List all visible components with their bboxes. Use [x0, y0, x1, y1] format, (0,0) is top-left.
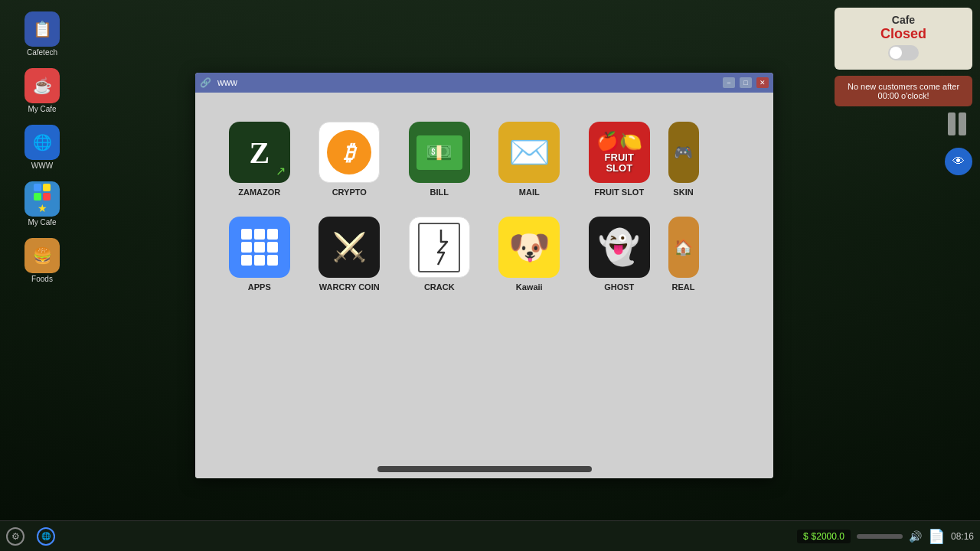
sidebar-item-foods-label: Foods: [31, 275, 53, 283]
right-panel: Cafe Closed No new customers come after …: [835, 8, 972, 175]
crack-svg: [424, 228, 455, 266]
bill-inner: 💵: [416, 135, 462, 170]
sidebar-item-mycafe2[interactable]: ★ My Cafe: [8, 178, 77, 230]
warcry-char: ⚔️: [332, 231, 367, 263]
browser-window: 🔗 www − □ ✕ Z ↗ ZAMAZOR ₿ CRYPTO: [195, 73, 773, 478]
sidebar-item-cafetech-label: Cafetech: [27, 48, 57, 57]
app-kawaii[interactable]: 🐶 Kawaii: [488, 210, 571, 298]
app-apps[interactable]: APPS: [218, 210, 301, 298]
cafe-card: Cafe Closed: [835, 8, 972, 70]
start-icon: ⚙: [6, 527, 24, 546]
sidebar-item-mycafe[interactable]: ☕ My Cafe: [8, 64, 77, 117]
crypto-icon: ₿: [318, 122, 380, 183]
taskbar: ⚙ 🌐 $ $2000.0 🔊 📄 08:16: [0, 520, 980, 551]
kawaii-label: Kawaii: [516, 282, 543, 292]
document-icon[interactable]: 📄: [928, 528, 945, 545]
crypto-label: CRYPTO: [332, 187, 367, 197]
pause-bar-right: [959, 112, 966, 135]
ghost-face: 👻: [598, 227, 640, 267]
app-real[interactable]: 🏠 REAL: [668, 210, 699, 298]
app-crack[interactable]: CRACK: [398, 210, 481, 298]
app-crypto[interactable]: ₿ CRYPTO: [309, 116, 391, 203]
taskbar-right: $ $2000.0 🔊 📄 08:16: [797, 528, 980, 545]
apps-dots: [241, 229, 278, 266]
kawaii-icon: 🐶: [498, 217, 560, 278]
bill-label: BILL: [430, 187, 449, 197]
zamazor-arrow: ↗: [276, 164, 286, 178]
app-zamazor[interactable]: Z ↗ ZAMAZOR: [218, 116, 301, 203]
sidebar-item-www[interactable]: 🌐 WWW: [8, 121, 77, 174]
browser-icon: 🌐: [37, 527, 55, 546]
maximize-button[interactable]: □: [740, 77, 752, 88]
apps-icon: [229, 217, 290, 278]
skin-icon: 🎮: [668, 122, 699, 183]
volume-bar[interactable]: [857, 534, 903, 539]
app-ghost[interactable]: 👻 GHOST: [578, 210, 661, 298]
app-bill[interactable]: 💵 BILL: [398, 116, 481, 203]
bill-dollar: 💵: [426, 140, 452, 165]
app-fruitslot[interactable]: 🍎🍋 FRUITSLOT FRUIT SLOT: [578, 116, 661, 203]
mail-label: MAIL: [519, 187, 540, 197]
kawaii-face: 🐶: [508, 227, 550, 267]
eye-button[interactable]: 👁: [945, 148, 972, 175]
cafe-open-toggle[interactable]: [888, 45, 919, 60]
volume-icon[interactable]: 🔊: [909, 530, 922, 543]
sidebar: 📋 Cafetech ☕ My Cafe 🌐 WWW ★ My Cafe 🍔 F…: [0, 0, 84, 520]
zamazor-label: ZAMAZOR: [238, 187, 280, 197]
pause-button[interactable]: [942, 112, 972, 135]
real-label: REAL: [672, 282, 695, 292]
sidebar-item-cafetech[interactable]: 📋 Cafetech: [8, 8, 77, 60]
skin-label: SKIN: [673, 187, 693, 197]
app-grid: Z ↗ ZAMAZOR ₿ CRYPTO 💵 BILL: [211, 108, 758, 305]
mycafe2-icon: ★: [24, 181, 60, 217]
app-skin[interactable]: 🎮 SKIN: [668, 116, 699, 203]
cafe-status: Closed: [844, 26, 963, 42]
app-warcry[interactable]: ⚔️ WARCRY COIN: [309, 210, 391, 298]
cafe-notice: No new customers come after 00:00 o'cloc…: [835, 76, 972, 106]
fruitslot-label: FRUIT SLOT: [594, 187, 644, 197]
warcry-icon: ⚔️: [318, 217, 380, 278]
ghost-icon: 👻: [589, 217, 650, 278]
minimize-button[interactable]: −: [723, 77, 735, 88]
zamazor-z: Z: [249, 135, 270, 171]
cafe-title: Cafe: [844, 14, 963, 26]
warcry-label: WARCRY COIN: [319, 282, 380, 292]
mycafe-icon: ☕: [24, 68, 60, 103]
eye-icon: 👁: [952, 155, 965, 168]
foods-icon: 🍔: [24, 238, 60, 273]
bitcoin-symbol: ₿: [327, 130, 371, 174]
crack-icon: [409, 217, 470, 278]
dollar-sign: $: [803, 531, 808, 542]
ghost-label: GHOST: [604, 282, 634, 292]
zamazor-icon: Z ↗: [229, 122, 290, 183]
taskbar-start-button[interactable]: ⚙: [0, 521, 31, 552]
close-button[interactable]: ✕: [756, 77, 769, 88]
money-display: $ $2000.0: [797, 530, 851, 543]
taskbar-browser-button[interactable]: 🌐: [31, 521, 61, 552]
www-icon: 🌐: [24, 125, 60, 160]
browser-titlebar-text: www: [217, 77, 718, 88]
clock: 08:16: [951, 531, 974, 542]
browser-titlebar-icon: 🔗: [200, 77, 211, 88]
fruitslot-text: FRUITSLOT: [596, 152, 642, 174]
sidebar-item-mycafe-label: My Cafe: [28, 105, 56, 113]
fruitslot-icon: 🍎🍋 FRUITSLOT: [589, 122, 650, 183]
sidebar-item-foods[interactable]: 🍔 Foods: [8, 234, 77, 287]
sidebar-item-www-label: WWW: [31, 161, 53, 170]
pause-bar-left: [948, 112, 956, 135]
bill-icon: 💵: [409, 122, 470, 183]
browser-content: Z ↗ ZAMAZOR ₿ CRYPTO 💵 BILL: [195, 93, 773, 478]
mail-icon: ✉️: [498, 122, 560, 183]
app-mail[interactable]: ✉️ MAIL: [488, 116, 571, 203]
browser-scrollbar[interactable]: [377, 466, 592, 472]
money-amount: $2000.0: [812, 531, 844, 542]
real-icon: 🏠: [668, 217, 699, 278]
apps-label: APPS: [248, 282, 271, 292]
cafetech-icon: 📋: [24, 11, 60, 47]
crack-label: CRACK: [424, 282, 455, 292]
browser-titlebar: 🔗 www − □ ✕: [195, 73, 773, 93]
sidebar-item-mycafe2-label: My Cafe: [28, 218, 56, 227]
